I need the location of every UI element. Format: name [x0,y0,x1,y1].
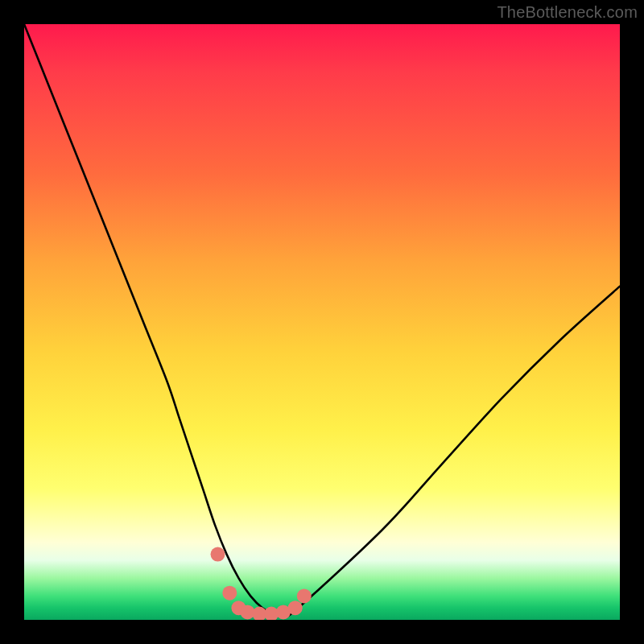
chart-frame: TheBottleneck.com [0,0,644,644]
bottom-dot [288,601,303,615]
chart-plot-area [24,24,620,620]
bottom-dots-group [211,547,312,620]
bottom-dot [211,547,225,562]
bottom-dot [222,586,237,601]
bottleneck-curve [24,24,620,616]
chart-svg [24,24,620,620]
watermark-text: TheBottleneck.com [497,3,638,22]
bottom-dot [297,588,312,603]
